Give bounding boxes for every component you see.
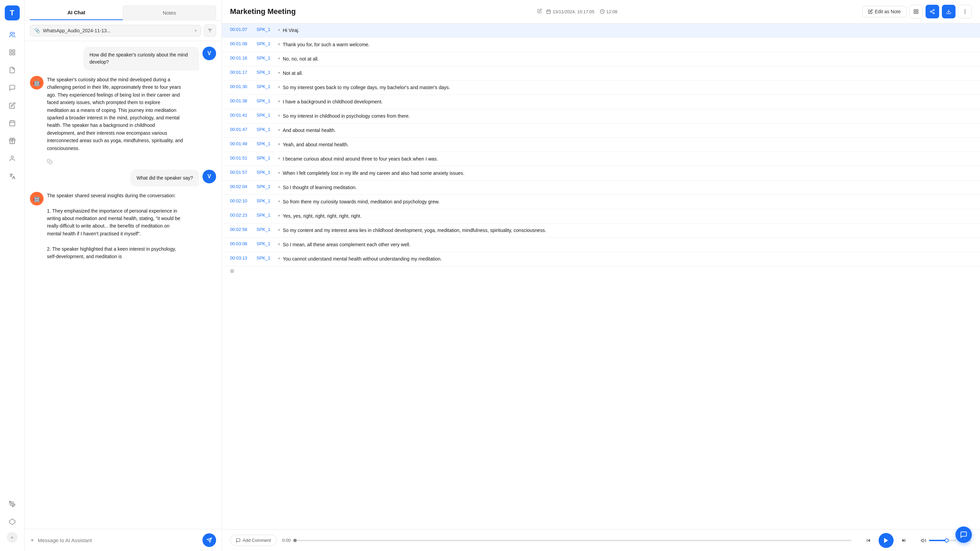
speaker-14: SPK_1: [256, 227, 275, 232]
chevron-5: ▾: [278, 99, 280, 104]
speaker-15: SPK_1: [256, 241, 275, 246]
chevron-0: ▾: [278, 27, 280, 32]
date-text: 13/11/2024, 15:17:05: [553, 9, 595, 14]
transcript-row-7[interactable]: 00:01:47 SPK_1 ▾ And about mental health…: [222, 124, 980, 138]
transcript-row-6[interactable]: 00:01:41 SPK_1 ▾ So my interest in child…: [222, 109, 980, 124]
svg-point-12: [11, 503, 12, 504]
text-16: You cannot understand mental health with…: [283, 256, 972, 263]
sidebar-item-person[interactable]: [5, 151, 20, 166]
ai-bubble-2: The speaker shared several insights duri…: [47, 192, 183, 260]
timestamp-7: 00:01:47: [230, 127, 254, 132]
volume-area: [921, 538, 956, 543]
text-7: And about mental health.: [283, 127, 972, 134]
speaker-0: SPK_1: [256, 27, 275, 32]
chat-input-area: ✦: [24, 529, 221, 551]
transcript-row-0[interactable]: 00:01:07 SPK_1 ▾ Hi Viraj.: [222, 24, 980, 38]
timestamp-12: 00:02:10: [230, 198, 254, 203]
chat-input[interactable]: [38, 537, 199, 543]
transcript-row-2[interactable]: 00:01:16 SPK_1 ▾ No, no, not at all.: [222, 52, 980, 66]
skip-back-button[interactable]: [862, 534, 875, 546]
add-comment-button[interactable]: Add Comment: [230, 535, 277, 546]
timestamp-16: 00:03:13: [230, 256, 254, 260]
text-9: I became curious about mind around three…: [283, 156, 972, 163]
time-current: 0:00: [282, 538, 291, 543]
sidebar-item-calendar[interactable]: [5, 116, 20, 130]
layout-button[interactable]: [909, 5, 923, 18]
support-bubble[interactable]: [956, 527, 972, 543]
transcript-row-13[interactable]: 00:02:23 SPK_1 ▾ Yes, yes, right, right,…: [222, 209, 980, 224]
svg-rect-5: [10, 121, 14, 126]
duration-meta: 12:08: [600, 9, 617, 14]
transcript-row-3[interactable]: 00:01:17 SPK_1 ▾ Not at all.: [222, 66, 980, 81]
svg-marker-40: [921, 539, 924, 542]
tab-ai-chat[interactable]: AI Chat: [30, 5, 123, 20]
ai-message-2: 🤖 The speaker shared several insights du…: [30, 192, 216, 260]
play-button[interactable]: [878, 533, 894, 548]
svg-rect-2: [13, 50, 14, 52]
svg-rect-25: [914, 10, 916, 11]
more-options-button[interactable]: [958, 5, 972, 18]
transcript-row-5[interactable]: 00:01:38 SPK_1 ▾ I have a background in …: [222, 95, 980, 109]
sparkle-icon: ✦: [30, 537, 34, 543]
ai-avatar-1: 🤖: [30, 76, 43, 89]
chevron-15: ▾: [278, 242, 280, 246]
send-button[interactable]: [202, 533, 216, 547]
player-bar: Add Comment 0:00 1x: [222, 529, 980, 551]
sidebar-item-users[interactable]: [5, 27, 20, 42]
speaker-8: SPK_1: [256, 141, 275, 146]
transcript-row-15[interactable]: 00:03:08 SPK_1 ▾ So I mean, all these ar…: [222, 238, 980, 252]
progress-track[interactable]: [293, 540, 851, 541]
sidebar-item-edit[interactable]: [5, 98, 20, 113]
sidebar-item-documents[interactable]: [5, 63, 20, 78]
sidebar-expand-button[interactable]: »: [7, 532, 18, 543]
timestamp-2: 00:01:16: [230, 56, 254, 60]
copy-button-1[interactable]: [47, 159, 216, 164]
share-button[interactable]: [926, 5, 939, 18]
sidebar-item-grid[interactable]: [5, 45, 20, 60]
file-selector[interactable]: 📎 WhatsApp_Audio_2024-11-13... ▾: [30, 25, 201, 37]
transcript-row-1[interactable]: 00:01:08 SPK_1 ▾ Thank you for, for such…: [222, 38, 980, 52]
transcript-row-11[interactable]: 00:02:04 SPK_1 ▾ So I thought of learnin…: [222, 181, 980, 195]
text-4: So my interest goes back to my college d…: [283, 84, 972, 91]
text-5: I have a background in childhood develop…: [283, 98, 972, 105]
comment-icon: [236, 538, 240, 543]
speaker-7: SPK_1: [256, 127, 275, 132]
ai-bubble-1: The speaker's curiosity about the mind d…: [47, 76, 183, 152]
svg-rect-26: [916, 10, 918, 11]
svg-marker-13: [9, 519, 15, 525]
text-13: Yes, yes, right, right, right, right, ri…: [283, 213, 972, 220]
sidebar-item-gift[interactable]: [5, 133, 20, 148]
tab-notes[interactable]: Notes: [123, 5, 216, 20]
title-edit-icon[interactable]: [537, 8, 542, 14]
sidebar-item-pen[interactable]: [5, 497, 20, 511]
transcript-row-16[interactable]: 00:03:13 SPK_1 ▾ You cannot understand m…: [222, 252, 980, 266]
timestamp-11: 00:02:04: [230, 184, 254, 189]
timestamp-3: 00:01:17: [230, 70, 254, 75]
transcript-row-9[interactable]: 00:01:51 SPK_1 ▾ I became curious about …: [222, 152, 980, 166]
timestamp-4: 00:01:30: [230, 84, 254, 89]
dropdown-arrow-icon: ▾: [195, 28, 197, 33]
player-controls: [862, 533, 910, 548]
volume-knob[interactable]: [945, 538, 949, 543]
date-meta: 13/11/2024, 15:17:05: [546, 9, 595, 14]
sidebar-item-chat[interactable]: [5, 80, 20, 95]
transcript-row-14[interactable]: 00:02:58 SPK_1 ▾ So my content and my in…: [222, 224, 980, 238]
user-avatar-1: V: [202, 47, 216, 60]
transcript-row-10[interactable]: 00:01:57 SPK_1 ▾ When I felt completely …: [222, 166, 980, 181]
volume-slider[interactable]: [929, 540, 956, 541]
filter-icon[interactable]: [204, 24, 216, 37]
tab-bar: AI Chat Notes: [24, 0, 221, 21]
sidebar-item-translate[interactable]: [5, 169, 20, 184]
text-15: So I mean, all these areas complement ea…: [283, 241, 972, 248]
transcript-row-12[interactable]: 00:02:10 SPK_1 ▾ So from there my curios…: [222, 195, 980, 209]
sidebar-item-diamond[interactable]: [5, 514, 20, 529]
speaker-1: SPK_1: [256, 41, 275, 46]
speaker-3: SPK_1: [256, 70, 275, 75]
edit-note-button[interactable]: Edit as Note: [862, 6, 907, 17]
download-button[interactable]: [942, 5, 956, 18]
skip-forward-button[interactable]: [898, 534, 910, 546]
svg-rect-17: [49, 161, 52, 164]
transcript-row-4[interactable]: 00:01:30 SPK_1 ▾ So my interest goes bac…: [222, 81, 980, 95]
meta-info: 13/11/2024, 15:17:05 12:08: [546, 9, 858, 14]
transcript-row-8[interactable]: 00:01:49 SPK_1 ▾ Yeah, and about mental …: [222, 138, 980, 152]
